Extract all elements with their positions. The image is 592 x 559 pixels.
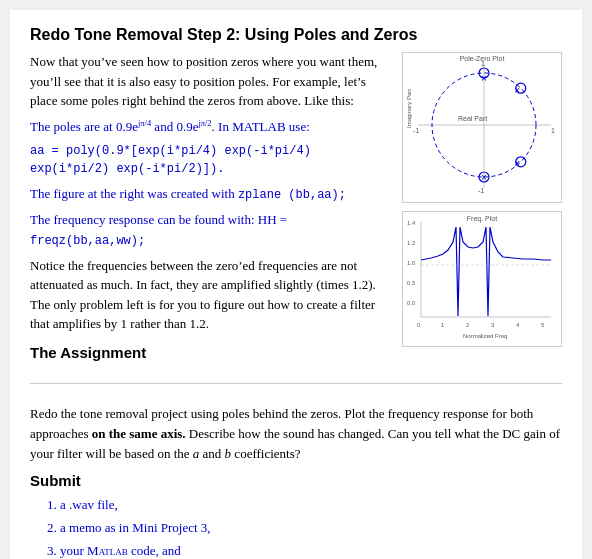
section-divider [30, 383, 562, 384]
svg-text:Imaginary Part: Imaginary Part [406, 89, 412, 128]
svg-text:0: 0 [417, 322, 421, 328]
zplane-text: The figure at the right was created with… [30, 186, 346, 201]
svg-text:4: 4 [516, 322, 520, 328]
svg-text:1: 1 [481, 60, 485, 67]
bottom-text-4: and [199, 446, 224, 461]
page-title: Redo Tone Removal Step 2: Using Poles an… [30, 26, 562, 44]
svg-text:1.0: 1.0 [407, 260, 416, 266]
assignment-heading: The Assignment [30, 344, 392, 361]
svg-text:×: × [514, 158, 520, 169]
bottom-section: Redo the tone removal project using pole… [30, 400, 562, 559]
poles-text-start: The poles are at 0.9ejπ/4 and 0.9ejπ/2. … [30, 119, 310, 134]
submit-list: a .wav file, a memo as in Mini Project 3… [30, 495, 562, 559]
list-item: a .wav file, [60, 495, 562, 516]
pole-zero-chart: Pole-Zero Plot [402, 52, 562, 203]
bottom-paragraph: Redo the tone removal project using pole… [30, 404, 562, 464]
svg-text:×: × [481, 73, 487, 84]
list-item-text: a memo as in Mini Project 3, [60, 520, 211, 535]
svg-text:×: × [481, 172, 487, 183]
list-item: a memo as in Mini Project 3, [60, 518, 562, 539]
svg-text:1: 1 [551, 127, 555, 134]
page: Redo Tone Removal Step 2: Using Poles an… [10, 10, 582, 559]
bottom-bold: on the same axis. [92, 426, 186, 441]
svg-text:2: 2 [466, 322, 470, 328]
notice-text: Notice the frequencies between the zero’… [30, 258, 376, 332]
bottom-text-5: coefficients? [231, 446, 300, 461]
svg-text:5: 5 [541, 322, 545, 328]
svg-text:3: 3 [491, 322, 495, 328]
poles-paragraph: The poles are at 0.9ejπ/4 and 0.9ejπ/2. … [30, 117, 392, 137]
notice-paragraph: Notice the frequencies between the zero’… [30, 256, 392, 334]
code-block: aa = poly(0.9*[exp(i*pi/4) exp(-i*pi/4) … [30, 142, 392, 178]
list-item-text: your Matlab code, and [60, 543, 181, 558]
submit-heading: Submit [30, 472, 562, 489]
svg-text:-1: -1 [413, 127, 419, 134]
svg-text:×: × [514, 85, 520, 96]
text-column: Now that you’ve seen how to position zer… [30, 52, 392, 367]
svg-text:1.2: 1.2 [407, 240, 416, 246]
bottom-text-2: Describe how the sound has changed. [186, 426, 388, 441]
frequency-response-chart: Freq. Plot 1.4 1.2 1.0 0.5 0.0 0 1 2 3 4 [402, 211, 562, 347]
intro-paragraph: Now that you’ve seen how to position zer… [30, 52, 392, 111]
svg-text:Real Part: Real Part [458, 115, 487, 122]
svg-text:-1: -1 [478, 187, 484, 194]
list-item: your Matlab code, and [60, 541, 562, 559]
svg-text:1: 1 [441, 322, 445, 328]
svg-text:1.4: 1.4 [407, 220, 416, 226]
charts-column: Pole-Zero Plot [402, 52, 562, 367]
zplane-line: The figure at the right was created with… [30, 184, 392, 204]
freqz-line: The frequency response can be found with… [30, 210, 392, 250]
svg-text:Freq. Plot: Freq. Plot [467, 215, 497, 223]
svg-text:Normalized Freq: Normalized Freq [463, 333, 507, 339]
list-item-text: a .wav file, [60, 497, 118, 512]
svg-text:0.0: 0.0 [407, 300, 416, 306]
svg-text:0.5: 0.5 [407, 280, 416, 286]
